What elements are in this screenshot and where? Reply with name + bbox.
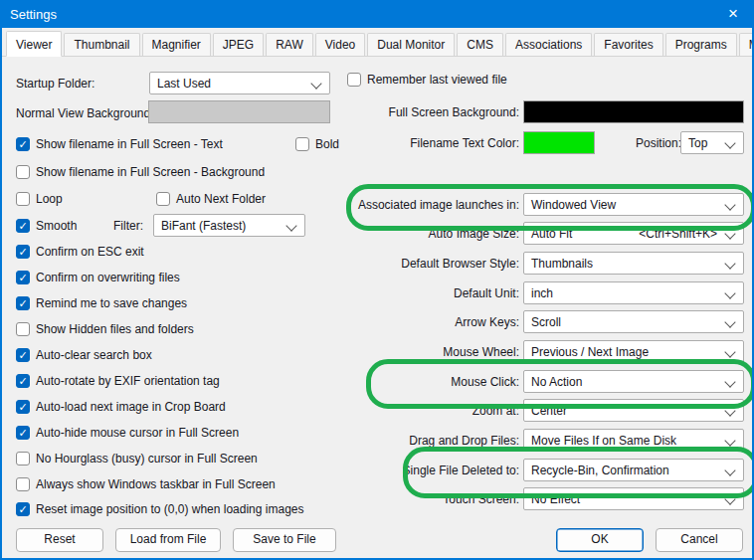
tab-programs[interactable]: Programs bbox=[665, 33, 737, 56]
filter-select[interactable]: BiFant (Fastest) bbox=[153, 214, 305, 237]
tab-jpeg[interactable]: JPEG bbox=[213, 33, 264, 56]
full-screen-bg-swatch[interactable] bbox=[523, 100, 744, 123]
position-label: Position: bbox=[636, 136, 681, 150]
checkbox-icon bbox=[16, 296, 30, 310]
checkbox-label: Auto-load next image in Crop Board bbox=[36, 400, 226, 414]
checkbox-auto-clear-search[interactable]: Auto-clear search box bbox=[16, 347, 152, 363]
tab-magnifier[interactable]: Magnifier bbox=[142, 33, 211, 56]
tab-thumbnail[interactable]: Thumbnail bbox=[64, 33, 139, 56]
checkbox-show-filename-text[interactable]: Show filename in Full Screen - Text bbox=[16, 136, 223, 152]
checkbox-icon bbox=[16, 271, 30, 284]
filename-text-color-label: Filename Text Color: bbox=[290, 136, 519, 150]
position-value: Top bbox=[688, 136, 707, 150]
position-select[interactable]: Top bbox=[680, 131, 744, 154]
checkbox-confirm-esc-exit[interactable]: Confirm on ESC exit bbox=[16, 244, 144, 260]
titlebar: Settings × bbox=[0, 0, 754, 28]
cancel-button[interactable]: Cancel bbox=[656, 528, 743, 552]
arrow-keys-select[interactable]: Scroll bbox=[523, 310, 744, 333]
startup-folder-select[interactable]: Last Used bbox=[149, 72, 330, 94]
checkbox-icon bbox=[16, 192, 30, 206]
checkbox-always-show-taskbar[interactable]: Always show Windows taskbar in Full Scre… bbox=[16, 476, 276, 492]
checkbox-label: Auto Next Folder bbox=[176, 192, 266, 206]
checkbox-label: Show filename in Full Screen - Backgroun… bbox=[36, 165, 265, 179]
checkbox-label: Confirm on ESC exit bbox=[36, 245, 144, 259]
arrow-keys-label: Arrow Keys: bbox=[290, 315, 519, 329]
checkbox-auto-hide-cursor[interactable]: Auto-hide mouse cursor in Full Screen bbox=[16, 425, 239, 441]
checkbox-icon bbox=[16, 426, 30, 440]
normal-view-bg-label: Normal View Background: bbox=[16, 106, 154, 120]
annotation-ellipse-associated-launch bbox=[346, 184, 754, 231]
checkbox-icon bbox=[16, 165, 30, 179]
checkbox-reset-image-position[interactable]: Reset image position to (0,0) when loadi… bbox=[16, 501, 303, 517]
tab-associations[interactable]: Associations bbox=[505, 33, 592, 56]
tab-viewer[interactable]: Viewer bbox=[6, 31, 62, 57]
tab-favorites[interactable]: Favorites bbox=[594, 33, 662, 56]
checkbox-remind-save-changes[interactable]: Remind me to save changes bbox=[16, 295, 187, 311]
checkbox-icon bbox=[16, 374, 30, 388]
filename-text-color-swatch[interactable] bbox=[523, 131, 595, 154]
ok-button[interactable]: OK bbox=[556, 528, 644, 552]
checkbox-icon bbox=[16, 219, 30, 233]
checkbox-label: Auto-hide mouse cursor in Full Screen bbox=[36, 426, 239, 440]
checkbox-remember-last-viewed[interactable]: Remember last viewed file bbox=[347, 72, 507, 88]
checkbox-label: Show Hidden files and folders bbox=[36, 322, 194, 336]
filter-value: BiFant (Fastest) bbox=[161, 219, 246, 233]
checkbox-label: Reset image position to (0,0) when loadi… bbox=[36, 502, 303, 516]
tab-video[interactable]: Video bbox=[315, 33, 365, 56]
chevron-down-icon bbox=[310, 78, 321, 89]
arrow-keys-value: Scroll bbox=[531, 315, 561, 329]
chevron-down-icon bbox=[724, 316, 735, 327]
checkbox-label: Smooth bbox=[36, 219, 77, 233]
save-to-file-button[interactable]: Save to File bbox=[233, 528, 336, 552]
checkbox-label: No Hourglass (busy) cursor in Full Scree… bbox=[36, 452, 258, 466]
tab-music[interactable]: Music bbox=[739, 33, 754, 56]
checkbox-label: Confirm on overwriting files bbox=[36, 271, 180, 284]
checkbox-label: Loop bbox=[36, 192, 63, 206]
chevron-down-icon bbox=[724, 287, 735, 298]
filter-label: Filter: bbox=[113, 219, 143, 233]
default-unit-label: Default Unit: bbox=[290, 286, 519, 300]
checkbox-confirm-overwriting[interactable]: Confirm on overwriting files bbox=[16, 270, 180, 285]
checkbox-auto-load-crop-board[interactable]: Auto-load next image in Crop Board bbox=[16, 399, 226, 415]
chevron-down-icon bbox=[724, 346, 735, 357]
checkbox-loop[interactable]: Loop bbox=[16, 191, 63, 207]
checkbox-label: Remember last viewed file bbox=[367, 73, 507, 87]
full-screen-bg-label: Full Screen Background: bbox=[290, 105, 519, 119]
annotation-ellipse-mouse-click bbox=[366, 359, 754, 409]
tab-cms[interactable]: CMS bbox=[457, 33, 503, 56]
checkbox-icon bbox=[347, 73, 361, 87]
settings-dialog: Settings × Viewer Thumbnail Magnifier JP… bbox=[0, 0, 754, 560]
default-browser-style-label: Default Browser Style: bbox=[290, 257, 519, 271]
default-unit-value: inch bbox=[531, 286, 553, 300]
default-browser-style-value: Thumbnails bbox=[531, 257, 593, 271]
tab-strip: Viewer Thumbnail Magnifier JPEG RAW Vide… bbox=[2, 28, 752, 57]
checkbox-auto-rotate-exif[interactable]: Auto-rotate by EXIF orientation tag bbox=[16, 373, 220, 389]
close-icon[interactable]: × bbox=[712, 0, 754, 28]
startup-folder-label: Startup Folder: bbox=[16, 77, 94, 91]
checkbox-auto-next-folder[interactable]: Auto Next Folder bbox=[156, 191, 266, 207]
tab-dual-monitor[interactable]: Dual Monitor bbox=[367, 33, 455, 56]
annotation-ellipse-single-file-deleted bbox=[403, 447, 754, 498]
checkbox-smooth[interactable]: Smooth bbox=[16, 218, 77, 234]
tab-raw[interactable]: RAW bbox=[266, 33, 313, 56]
drag-drop-files-value: Move Files If on Same Disk bbox=[531, 434, 676, 448]
mouse-wheel-label: Mouse Wheel: bbox=[290, 345, 519, 359]
drag-drop-files-label: Drag and Drop Files: bbox=[290, 434, 519, 448]
checkbox-label: Show filename in Full Screen - Text bbox=[36, 137, 223, 151]
default-browser-style-select[interactable]: Thumbnails bbox=[523, 252, 744, 275]
checkbox-show-hidden-files[interactable]: Show Hidden files and folders bbox=[16, 321, 194, 337]
checkbox-icon bbox=[16, 322, 30, 336]
load-from-file-button[interactable]: Load from File bbox=[115, 528, 221, 552]
startup-folder-value: Last Used bbox=[157, 77, 211, 91]
checkbox-no-hourglass[interactable]: No Hourglass (busy) cursor in Full Scree… bbox=[16, 451, 258, 467]
window-title: Settings bbox=[0, 7, 57, 22]
checkbox-label: Remind me to save changes bbox=[36, 296, 187, 310]
checkbox-icon bbox=[16, 348, 30, 362]
checkbox-show-filename-background[interactable]: Show filename in Full Screen - Backgroun… bbox=[16, 164, 265, 180]
checkbox-icon bbox=[16, 452, 30, 466]
mouse-wheel-value: Previous / Next Image bbox=[531, 345, 649, 359]
checkbox-icon bbox=[16, 502, 30, 516]
reset-button[interactable]: Reset bbox=[16, 528, 103, 552]
checkbox-icon bbox=[16, 137, 30, 151]
default-unit-select[interactable]: inch bbox=[523, 281, 744, 304]
